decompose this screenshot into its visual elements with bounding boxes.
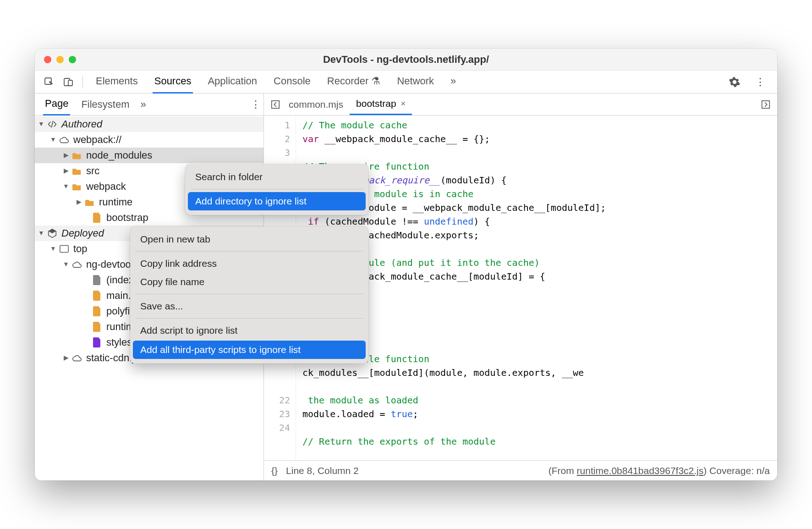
coverage-info: (From runtime.0b841bad3967f3c2.js) Cover…	[549, 465, 770, 476]
tree-item-node-modules[interactable]: node_modules	[35, 148, 263, 163]
context-menu-folder: Search in folder Add directory to ignore…	[185, 164, 368, 215]
settings-icon[interactable]	[726, 74, 743, 90]
tab-network[interactable]: Network	[395, 70, 436, 94]
menu-copy-link[interactable]: Copy link address	[130, 254, 368, 273]
svg-rect-4	[272, 100, 280, 108]
tab-console[interactable]: Console	[272, 70, 313, 94]
menu-add-script-ignore[interactable]: Add script to ignore list	[130, 321, 368, 340]
deployed-icon	[47, 228, 58, 239]
menu-search-in-folder[interactable]: Search in folder	[185, 168, 368, 186]
flask-icon: ⚗	[371, 75, 380, 87]
menu-add-all-third-party-ignore[interactable]: Add all third-party scripts to ignore li…	[133, 341, 366, 359]
main-toolbar: Elements Sources Application Console Rec…	[35, 71, 777, 94]
menu-copy-filename[interactable]: Copy file name	[130, 273, 368, 291]
cursor-position: Line 8, Column 2	[286, 465, 359, 476]
tab-recorder[interactable]: Recorder ⚗	[325, 70, 383, 94]
more-nav-tabs-icon[interactable]: »	[141, 99, 146, 110]
menu-open-new-tab[interactable]: Open in new tab	[130, 230, 368, 248]
source-link[interactable]: runtime.0b841bad3967f3c2.js	[577, 465, 704, 476]
separator	[82, 76, 83, 88]
folder-icon	[71, 150, 82, 161]
file-icon	[92, 337, 103, 348]
file-icon	[92, 321, 103, 332]
nav-kebab-icon[interactable]: ⋮	[251, 99, 261, 110]
nav-tab-page[interactable]: Page	[43, 93, 70, 116]
device-toggle-icon[interactable]	[60, 74, 77, 90]
file-icon	[92, 212, 103, 223]
file-icon	[92, 290, 103, 301]
frame-icon	[59, 243, 70, 254]
folder-open-icon	[71, 181, 82, 192]
menu-separator	[136, 251, 363, 252]
close-tab-icon[interactable]: ×	[401, 99, 406, 109]
menu-save-as[interactable]: Save as...	[130, 297, 368, 315]
window-title: DevTools - ng-devtools.netlify.app/	[44, 54, 768, 66]
nav-tab-filesystem[interactable]: Filesystem	[79, 94, 131, 115]
editor-tab-bootstrap[interactable]: bootstrap ×	[350, 94, 412, 115]
kebab-menu-icon[interactable]: ⋮	[752, 74, 768, 90]
svg-rect-3	[60, 246, 68, 253]
inspect-icon[interactable]	[41, 74, 57, 90]
pretty-print-icon[interactable]: {}	[271, 465, 278, 476]
file-icon	[92, 275, 103, 286]
folder-icon	[71, 165, 82, 176]
tab-application[interactable]: Application	[206, 70, 259, 94]
titlebar: DevTools - ng-devtools.netlify.app/	[35, 49, 777, 71]
navigator-tabs: Page Filesystem » ⋮	[35, 94, 263, 116]
editor-tab-common[interactable]: common.mjs	[282, 94, 350, 115]
tree-section-authored[interactable]: Authored	[35, 116, 263, 132]
tree-item[interactable]: webpack://	[35, 132, 263, 148]
devtools-window: DevTools - ng-devtools.netlify.app/ Elem…	[35, 49, 777, 480]
svg-rect-5	[762, 100, 770, 108]
nav-forward-icon[interactable]	[759, 99, 773, 110]
svg-rect-2	[68, 80, 72, 86]
menu-separator	[191, 189, 363, 189]
nav-back-icon[interactable]	[269, 99, 282, 110]
menu-separator	[136, 294, 363, 294]
cloud-icon	[71, 353, 82, 364]
statusbar: {} Line 8, Column 2 (From runtime.0b841b…	[264, 460, 777, 480]
file-icon	[92, 306, 103, 317]
editor-tabs: common.mjs bootstrap ×	[264, 94, 777, 116]
menu-separator	[136, 318, 363, 319]
panel-tabs: Elements Sources Application Console Rec…	[94, 70, 725, 94]
context-menu-file: Open in new tab Copy link address Copy f…	[130, 226, 368, 364]
more-tabs-icon[interactable]: »	[449, 70, 458, 94]
menu-add-directory-ignore[interactable]: Add directory to ignore list	[188, 192, 366, 210]
code-icon	[47, 119, 58, 130]
tab-sources[interactable]: Sources	[153, 70, 193, 94]
tab-elements[interactable]: Elements	[94, 70, 140, 94]
folder-icon	[84, 197, 95, 208]
cloud-icon	[59, 134, 70, 145]
cloud-icon	[71, 259, 82, 270]
